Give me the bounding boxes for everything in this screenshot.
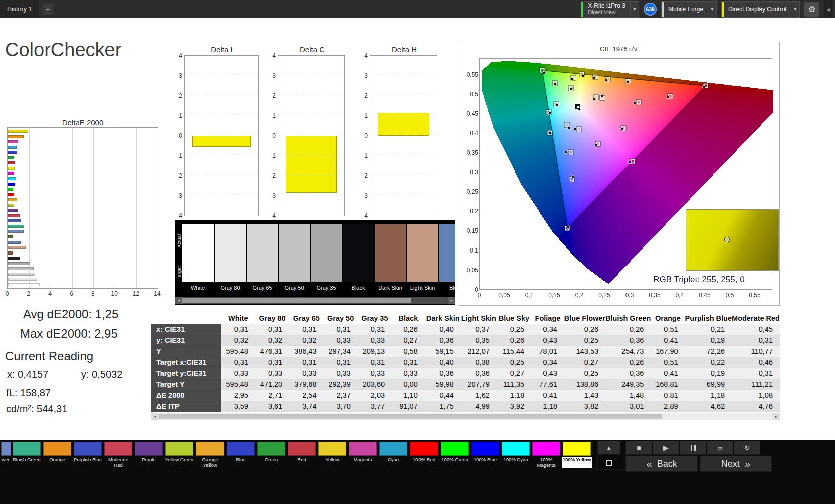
pattern-tile-bluish-green[interactable]: Bluish Green [12,441,42,468]
pattern-tile-100-green[interactable]: 100% Green [440,441,470,468]
tab-history-1[interactable]: History 1 [0,0,39,18]
pattern-tile-100-red[interactable]: 100% Red [409,441,439,468]
swatch-scrollbar[interactable]: ◄ ► [175,297,455,304]
pattern-color-swatch [563,442,591,456]
swatch-white: White [182,224,214,296]
back-button[interactable]: « Back [625,456,698,472]
pattern-tile-yellow-green[interactable]: Yellow Green [164,441,194,468]
pause-button[interactable] [680,441,706,455]
swatch-scroll-thumb[interactable] [182,298,411,303]
axis-tick-label: 0,05 [467,267,478,274]
delta-l-bar [192,136,251,147]
pattern-label: 100% Yellow [562,457,592,468]
table-cell: 0,21 [685,324,732,335]
play-button[interactable]: ▶ [653,441,679,455]
table-row-target-y: Target Y595,48471,20379,68292,39203,600,… [151,379,780,390]
table-scroll-track[interactable] [159,413,772,420]
pattern-tile-green[interactable]: Green [256,441,286,468]
gridline [278,156,344,156]
pattern-tile-100-yellow[interactable]: 100% Yellow [562,441,592,468]
axis-tick-label: 0,5 [726,292,734,299]
table-scrollbar[interactable]: ◄ ► [151,413,780,420]
axis-tick-label: 0,15 [467,227,478,234]
collapse-panel-button[interactable]: ◀ [824,0,833,18]
table-cell: 1,18 [531,401,564,412]
pattern-scroll-up-button[interactable]: ▲ [597,441,620,455]
scroll-left-icon[interactable]: ◄ [151,413,159,420]
pattern-tile-moderate-red[interactable]: Moderate Red [103,441,133,468]
pattern-tile-magenta[interactable]: Magenta [348,441,378,468]
loop-button[interactable]: ↻ [734,441,760,455]
deltae-bar-purple [8,209,18,212]
pattern-label: 100% Blue [470,457,500,468]
pattern-color-swatch [441,442,469,456]
pattern-tile-list: werBluish GreenOrangePurplish BlueModera… [0,441,592,468]
add-tab-button[interactable]: + [42,4,53,15]
col-header-blue-sky: Blue Sky [497,313,531,324]
pattern-tile-orange[interactable]: Orange [42,441,72,468]
blank-square-icon [606,460,612,466]
table-cell: 0,33 [289,368,323,379]
table-cell: 212,07 [461,346,497,357]
pattern-color-swatch [410,442,438,456]
axis-tick-label: 2 [272,92,276,99]
swatch-color [343,224,374,282]
stop-button[interactable]: ■ [625,441,652,455]
next-button[interactable]: Next » [700,456,772,472]
swatch-black: Black [343,224,374,296]
axis-tick-label: 10 [111,290,118,297]
table-cell: 0,31 [323,324,357,335]
source-dropdown[interactable]: Mobile Forge ▼ [661,1,717,18]
pattern-label: Moderate Red [103,457,133,468]
gridline [278,96,344,96]
swatch-color [182,224,214,282]
table-cell: 4,62 [685,401,732,412]
gridline [185,136,258,136]
pattern-tile-100-magenta[interactable]: 100% Magenta [531,441,561,468]
pattern-tile-100-blue[interactable]: 100% Blue [470,441,500,468]
delta-h-title: Delta H [370,45,439,54]
pattern-tile-wer[interactable]: wer [0,441,11,468]
pattern-tile-orange-yellow[interactable]: Orange Yellow [195,441,225,468]
pattern-color-swatch [288,442,316,456]
scroll-right-icon[interactable]: ► [772,413,780,420]
table-cell: 249,35 [605,379,651,390]
scroll-left-icon[interactable]: ◄ [175,297,182,304]
display-control-dropdown[interactable]: Direct Display Control ▼ [721,1,800,18]
cie-measured-light-skin [593,98,596,101]
table-cell: 3,82 [564,401,605,412]
table-cell: 0,27 [392,335,425,346]
pattern-tile-purple[interactable]: Purple [134,441,164,468]
col-header-gray-65: Gray 65 [289,313,323,324]
blank-pattern-button[interactable] [597,456,620,470]
pattern-tile-red[interactable]: Red [287,441,317,468]
pattern-label: 100% Green [440,457,470,468]
swatch-scroll-track[interactable] [182,297,448,304]
cie-measured-blue-sky [567,126,571,129]
table-cell: 3,61 [255,401,289,412]
axis-tick-label: -3 [177,192,182,199]
axis-tick-label: 0,05 [498,292,510,299]
delta-l-chart: Delta L 43210-1-2-3-4 [171,45,261,217]
gridline [115,128,115,288]
deltae-bar-100-magenta [8,172,14,175]
swatch-label: Dark Skin [375,285,406,291]
table-scroll-thumb[interactable] [159,414,662,419]
table-cell: 3,74 [289,401,323,412]
meter-dropdown[interactable]: X-Rite i1Pro 3 Direct View ▼ [581,1,639,18]
cie-measured-100-blue [567,226,570,229]
axis-tick-label: 0,3 [625,292,634,299]
pattern-tile-blue[interactable]: Blue [226,441,256,468]
table-cell: 0,25 [497,357,531,368]
pattern-tile-100-cyan[interactable]: 100% Cyan [501,441,531,468]
scroll-right-icon[interactable]: ► [448,297,455,304]
table-cell: 0,51 [651,357,685,368]
pattern-tile-purplish-blue[interactable]: Purplish Blue [73,441,103,468]
table-cell: 0,40 [425,324,461,335]
rgb-triplet-label: RGB Triplet: 255, 255, 0 [619,275,778,285]
pattern-tile-yellow[interactable]: Yellow [317,441,347,468]
continuous-measure-button[interactable]: ∞ [707,441,733,455]
settings-gear-button[interactable]: ⚙ [804,2,819,17]
cie-measured-100-yellow [581,74,585,77]
pattern-tile-cyan[interactable]: Cyan [378,441,408,468]
